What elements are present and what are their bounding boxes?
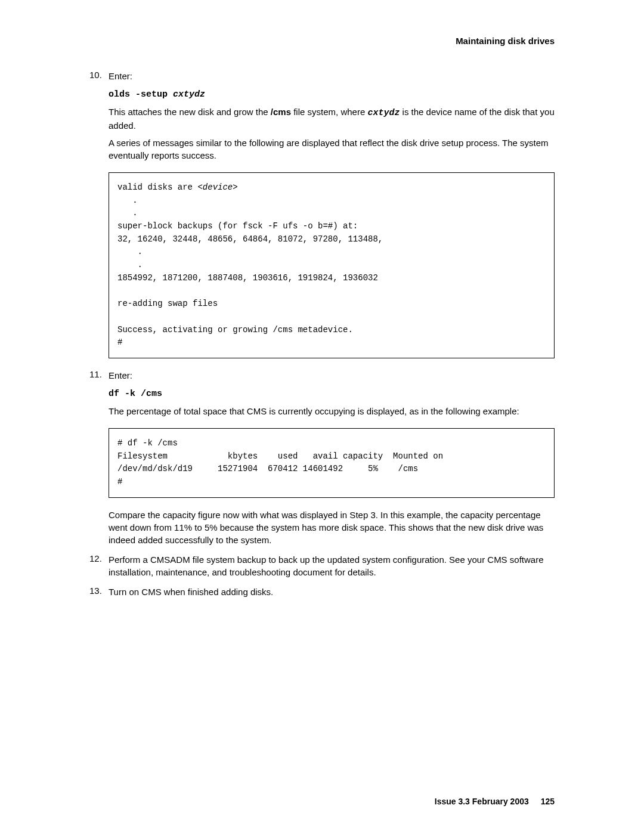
step-number: 13.	[89, 586, 102, 596]
step-command: df -k /cms	[109, 386, 555, 400]
step-enter-label: Enter:	[109, 369, 555, 382]
term-line: valid disks are	[117, 182, 197, 192]
step-command: olds -setup cxtydz	[109, 87, 555, 101]
cmd-text: olds -setup	[109, 89, 173, 100]
term-body: # df -k /cms Filesystem kbytes used avai…	[117, 438, 443, 487]
step-paragraph: Perform a CMSADM file system backup to b…	[109, 553, 555, 578]
terminal-output: # df -k /cms Filesystem kbytes used avai…	[109, 428, 555, 498]
step-number: 12.	[89, 553, 102, 563]
text-mono-italic: cxtydz	[367, 108, 400, 118]
step-paragraph: This attaches the new disk and grow the …	[109, 106, 555, 132]
step-enter-label: Enter:	[109, 70, 555, 82]
step-paragraph: Compare the capacity figure now with wha…	[109, 509, 555, 546]
issue-label: Issue 3.3 February 2003	[435, 797, 529, 806]
term-body: . . super-block backups (for fsck -F ufs…	[117, 196, 383, 348]
step-number: 10.	[89, 70, 102, 80]
text-run: This attaches the new disk and grow the	[109, 107, 271, 117]
step-12: 12. Perform a CMSADM file system backup …	[89, 553, 555, 578]
text-run: file system, where	[291, 107, 367, 117]
step-paragraph: The percentage of total space that CMS i…	[109, 405, 555, 417]
page-number: 125	[541, 797, 555, 806]
cmd-arg: cxtydz	[173, 89, 205, 100]
step-10: 10. Enter: olds -setup cxtydz This attac…	[89, 70, 555, 358]
section-header: Maintaining disk drives	[89, 36, 555, 46]
term-device: <device>	[197, 182, 237, 192]
page-footer: Issue 3.3 February 2003 125	[435, 797, 555, 806]
terminal-output: valid disks are <device> . . super-block…	[109, 172, 555, 358]
page-content: Maintaining disk drives 10. Enter: olds …	[0, 0, 644, 598]
steps-list: 10. Enter: olds -setup cxtydz This attac…	[89, 70, 555, 598]
step-paragraph: A series of messages similar to the foll…	[109, 137, 555, 162]
cmd-text: df -k /cms	[109, 389, 162, 399]
step-number: 11.	[89, 369, 102, 379]
text-bold: /cms	[271, 107, 291, 117]
step-paragraph: Turn on CMS when finished adding disks.	[109, 586, 555, 598]
step-13: 13. Turn on CMS when finished adding dis…	[89, 586, 555, 598]
step-11: 11. Enter: df -k /cms The percentage of …	[89, 369, 555, 546]
